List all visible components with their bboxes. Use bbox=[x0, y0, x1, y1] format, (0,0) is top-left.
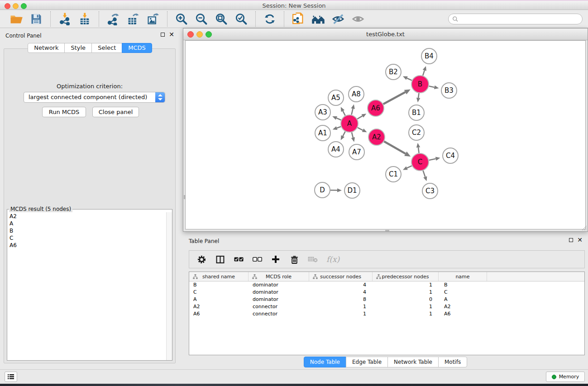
tab-motifs[interactable]: Motifs bbox=[438, 357, 467, 367]
graph-node-A[interactable]: A bbox=[341, 115, 358, 132]
graph-edge-A2-C[interactable] bbox=[384, 141, 405, 153]
tab-edge-table[interactable]: Edge Table bbox=[346, 357, 388, 367]
graph-node-D[interactable]: D bbox=[315, 182, 330, 198]
import-network-icon[interactable] bbox=[57, 12, 72, 26]
zoom-in-icon[interactable] bbox=[174, 12, 189, 26]
graph-node-B3[interactable]: B3 bbox=[441, 83, 457, 98]
zoom-out-icon[interactable] bbox=[194, 12, 209, 26]
tab-node-table[interactable]: Node Table bbox=[304, 357, 346, 367]
float-panel-icon[interactable] bbox=[569, 238, 573, 242]
scrollbar[interactable] bbox=[166, 212, 172, 360]
export-table-icon[interactable] bbox=[126, 12, 140, 26]
column-header-predecessor-nodes[interactable]: predecessor nodes bbox=[373, 272, 439, 281]
graph-node-D1[interactable]: D1 bbox=[344, 183, 360, 198]
graph-node-A4[interactable]: A4 bbox=[328, 142, 344, 157]
export-image-icon[interactable] bbox=[146, 12, 160, 26]
search-input[interactable] bbox=[458, 16, 578, 22]
column-header-name[interactable]: name bbox=[439, 272, 487, 281]
add-column-icon[interactable] bbox=[271, 254, 281, 264]
graph-node-B4[interactable]: B4 bbox=[421, 48, 437, 64]
graph-node-B[interactable]: B bbox=[411, 76, 429, 93]
table-row[interactable]: A2connector11A2 bbox=[189, 303, 584, 310]
tab-style[interactable]: Style bbox=[64, 43, 92, 53]
new-network-from-selection-icon[interactable] bbox=[291, 12, 306, 26]
graph-node-C2[interactable]: C2 bbox=[409, 125, 424, 140]
graph-edge-A6-B[interactable] bbox=[383, 92, 406, 104]
graph-edge-A-A8[interactable] bbox=[351, 109, 353, 114]
memory-button[interactable]: Memory bbox=[546, 372, 585, 382]
graph-node-A5[interactable]: A5 bbox=[328, 90, 344, 105]
network-canvas[interactable]: B4B2BB3A5A8A6B1A3AC2A1A2A4A7C4CC1C3DD1 bbox=[185, 40, 586, 229]
graph-node-C[interactable]: C bbox=[411, 153, 429, 171]
graph-node-A1[interactable]: A1 bbox=[315, 125, 330, 141]
run-mcds-button[interactable]: Run MCDS bbox=[42, 107, 86, 117]
graph-node-C1[interactable]: C1 bbox=[386, 167, 401, 182]
graph-edge-B-B4[interactable] bbox=[423, 70, 425, 76]
graph-node-C4[interactable]: C4 bbox=[443, 148, 458, 163]
graph-node-B1[interactable]: B1 bbox=[409, 105, 424, 120]
mcds-result-list[interactable]: A2 A B C A6 bbox=[7, 212, 172, 249]
table-row[interactable]: A6connector11A6 bbox=[189, 310, 584, 318]
delete-column-icon[interactable] bbox=[289, 254, 299, 264]
graph-edge-A-A1[interactable] bbox=[337, 127, 341, 128]
hide-graphics-details-icon[interactable] bbox=[331, 12, 345, 26]
list-item[interactable]: A bbox=[10, 220, 170, 227]
graph-edge-B-B3[interactable] bbox=[429, 86, 435, 87]
graph-edge-C-C2[interactable] bbox=[418, 148, 419, 153]
graph-edge-A-A5[interactable] bbox=[343, 111, 345, 115]
tab-network[interactable]: Network bbox=[28, 43, 65, 53]
show-panels-button[interactable] bbox=[5, 372, 17, 382]
list-item[interactable]: A2 bbox=[10, 213, 170, 220]
graph-edge-A-A6[interactable] bbox=[357, 116, 362, 119]
resize-grip[interactable] bbox=[581, 225, 587, 231]
graph-node-B2[interactable]: B2 bbox=[386, 64, 401, 80]
delete-table-icon-disabled[interactable] bbox=[308, 254, 318, 264]
criterion-select[interactable]: largest connected component (directed) bbox=[24, 92, 165, 103]
graph-node-A7[interactable]: A7 bbox=[349, 144, 364, 160]
close-panel-icon[interactable]: ✕ bbox=[577, 238, 583, 242]
column-header-shared-name[interactable]: shared name bbox=[189, 272, 249, 281]
function-builder-icon-disabled[interactable]: f(x) bbox=[326, 255, 339, 264]
show-columns-icon[interactable] bbox=[215, 254, 225, 264]
network-window-titlebar[interactable]: testGlobe.txt bbox=[183, 29, 588, 40]
graph-edge-C-C4[interactable] bbox=[429, 159, 436, 160]
graph-node-A3[interactable]: A3 bbox=[315, 105, 330, 120]
select-all-icon[interactable] bbox=[234, 254, 244, 264]
graph-node-C3[interactable]: C3 bbox=[422, 183, 438, 199]
list-item[interactable]: B bbox=[10, 227, 170, 234]
list-item[interactable]: A6 bbox=[10, 242, 170, 249]
graph-node-A2[interactable]: A2 bbox=[368, 129, 385, 145]
float-panel-icon[interactable] bbox=[161, 33, 165, 37]
close-panel-button[interactable]: Close panel bbox=[92, 107, 139, 117]
open-session-icon[interactable] bbox=[9, 12, 24, 26]
column-header-successor-nodes[interactable]: successor nodes bbox=[309, 272, 373, 281]
deselect-all-icon[interactable] bbox=[252, 254, 262, 264]
graph-edge-B-B2[interactable] bbox=[407, 78, 412, 81]
graph-edge-A-A3[interactable] bbox=[336, 118, 341, 120]
table-row[interactable]: Cdominator41C bbox=[189, 289, 584, 296]
close-panel-icon[interactable]: ✕ bbox=[169, 32, 174, 37]
tab-mcds[interactable]: MCDS bbox=[122, 43, 152, 53]
tab-network-table[interactable]: Network Table bbox=[387, 357, 439, 367]
refresh-icon[interactable] bbox=[263, 12, 277, 26]
save-session-icon[interactable] bbox=[29, 12, 43, 26]
table-settings-gear-icon[interactable] bbox=[196, 254, 206, 264]
import-table-icon[interactable] bbox=[77, 12, 92, 26]
tab-select[interactable]: Select bbox=[91, 43, 122, 53]
list-item[interactable]: C bbox=[10, 234, 170, 242]
export-network-icon[interactable] bbox=[106, 12, 120, 26]
table-row[interactable]: Adominator80A bbox=[189, 296, 584, 303]
table-row[interactable]: Bdominator41B bbox=[189, 281, 584, 289]
graph-edge-A-A7[interactable] bbox=[352, 132, 353, 138]
zoom-selected-icon[interactable] bbox=[234, 12, 249, 26]
graph-edge-C-C1[interactable] bbox=[407, 166, 412, 168]
graph-edge-A-A4[interactable] bbox=[343, 132, 345, 136]
graph-edge-A-A2[interactable] bbox=[358, 128, 363, 130]
column-header-mcds-role[interactable]: MCDS role bbox=[249, 272, 309, 281]
show-graphics-details-icon[interactable] bbox=[351, 12, 365, 26]
graph-edge-B-B1[interactable] bbox=[418, 93, 419, 98]
graph-edge-C-C3[interactable] bbox=[423, 171, 425, 177]
graph-node-A8[interactable]: A8 bbox=[349, 86, 364, 102]
node-table[interactable]: shared name MCDS role successor nodes pr… bbox=[189, 272, 585, 355]
home-icon[interactable] bbox=[311, 12, 325, 26]
